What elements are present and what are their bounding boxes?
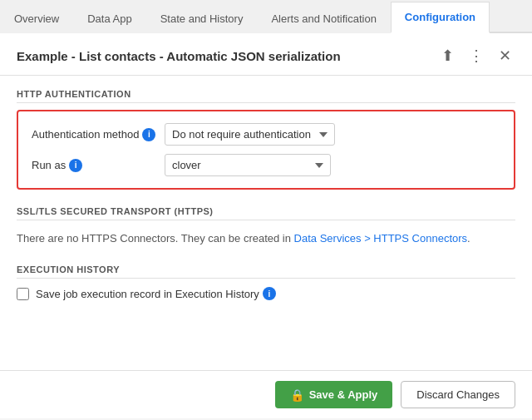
main-panel: Example - List contacts - Automatic JSON… xyxy=(0,33,532,418)
tab-state-history[interactable]: State and History xyxy=(146,3,258,33)
save-apply-button[interactable]: 🔒 Save & Apply xyxy=(275,381,393,408)
exec-history-checkbox-label: Save job execution record in Execution H… xyxy=(36,287,276,300)
run-as-row: Run as i clover admin system xyxy=(32,154,500,176)
auth-section-box: Authentication method i Do not require a… xyxy=(17,110,515,190)
page-header: Example - List contacts - Automatic JSON… xyxy=(0,33,532,76)
tabs-bar: Overview Data App State and History Aler… xyxy=(0,0,532,33)
tab-data-app[interactable]: Data App xyxy=(73,3,146,33)
run-as-info-icon[interactable]: i xyxy=(69,159,82,172)
tab-alerts[interactable]: Alerts and Notification xyxy=(257,3,390,33)
upload-icon[interactable]: ⬆ xyxy=(437,45,458,67)
close-icon[interactable]: ✕ xyxy=(495,45,515,67)
run-as-label: Run as i xyxy=(32,159,165,172)
auth-method-info-icon[interactable]: i xyxy=(142,128,155,141)
header-icons: ⬆ ⋮ ✕ xyxy=(437,45,515,67)
content-area: HTTP AUTHENTICATION Authentication metho… xyxy=(0,76,532,370)
page-title: Example - List contacts - Automatic JSON… xyxy=(17,49,341,63)
ssl-section-label: SSL/TLS SECURED TRANSPORT (HTTPS) xyxy=(17,206,515,220)
save-icon: 🔒 xyxy=(290,388,304,402)
auth-method-label: Authentication method i xyxy=(32,128,165,141)
exec-history-section: EXECUTION HISTORY Save job execution rec… xyxy=(17,264,515,300)
footer: 🔒 Save & Apply Discard Changes xyxy=(0,370,532,418)
more-options-icon[interactable]: ⋮ xyxy=(465,45,488,67)
https-connectors-link[interactable]: Data Services > HTTPS Connectors xyxy=(294,232,467,245)
exec-history-label: EXECUTION HISTORY xyxy=(17,264,515,279)
exec-checkbox-row: Save job execution record in Execution H… xyxy=(17,287,515,300)
auth-method-select[interactable]: Do not require authentication Basic Auth… xyxy=(165,123,335,146)
exec-history-checkbox[interactable] xyxy=(17,288,29,300)
exec-history-info-icon[interactable]: i xyxy=(263,287,276,300)
http-auth-section: HTTP AUTHENTICATION xyxy=(17,89,515,103)
tab-configuration[interactable]: Configuration xyxy=(391,2,490,33)
ssl-text: There are no HTTPS Connectors. They can … xyxy=(17,227,515,250)
ssl-section: SSL/TLS SECURED TRANSPORT (HTTPS) There … xyxy=(17,206,515,250)
auth-method-control: Do not require authentication Basic Auth… xyxy=(165,123,335,146)
auth-method-row: Authentication method i Do not require a… xyxy=(32,123,500,146)
discard-changes-button[interactable]: Discard Changes xyxy=(401,381,515,408)
run-as-control: clover admin system xyxy=(165,154,331,176)
run-as-select[interactable]: clover admin system xyxy=(165,154,331,176)
tab-overview[interactable]: Overview xyxy=(0,3,73,33)
http-auth-label: HTTP AUTHENTICATION xyxy=(17,89,515,103)
